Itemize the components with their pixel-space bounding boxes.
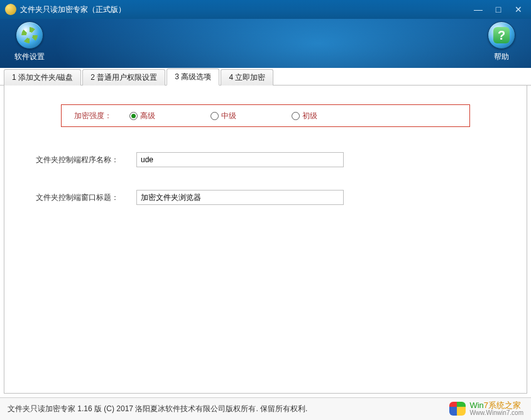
program-name-input[interactable]: [136, 152, 344, 167]
strength-option-high-label: 高级: [140, 111, 155, 121]
tab-user-permissions[interactable]: 2 普通用户权限设置: [82, 69, 165, 86]
watermark-brand: Win7系统之家 Www.Winwin7.com: [449, 401, 523, 416]
close-button[interactable]: ✕: [508, 3, 528, 16]
settings-button[interactable]: [16, 21, 43, 49]
settings-label: 软件设置: [11, 52, 48, 62]
strength-label: 加密强度：: [74, 111, 112, 121]
statusbar: 文件夹只读加密专家 1.16 版 (C) 2017 洛阳夏冰软件技术有限公司版权…: [0, 397, 531, 420]
strength-option-med[interactable]: 中级: [211, 111, 236, 121]
status-text: 文件夹只读加密专家 1.16 版 (C) 2017 洛阳夏冰软件技术有限公司版权…: [8, 404, 307, 414]
encryption-strength-group: 加密强度： 高级 中级 初级: [61, 104, 470, 127]
window-title-label: 文件夹控制端窗口标题：: [36, 192, 136, 203]
tab-advanced[interactable]: 3 高级选项: [167, 69, 219, 86]
strength-option-high[interactable]: 高级: [129, 111, 155, 121]
win7-flag-icon: [449, 402, 466, 416]
help-icon: ?: [493, 27, 510, 43]
app-title: 文件夹只读加密专家（正式版）: [20, 4, 126, 15]
strength-radio-med[interactable]: [211, 112, 219, 120]
program-name-label: 文件夹控制端程序名称：: [36, 155, 136, 165]
settings-block: 软件设置: [11, 21, 48, 62]
window-controls: ― □ ✕: [468, 0, 528, 19]
tab-content: 加密强度： 高级 中级 初级 文件夹控制端程序名称： 文件夹控制端窗口标题：: [4, 86, 527, 394]
minimize-button[interactable]: ―: [468, 3, 488, 16]
row-program-name: 文件夹控制端程序名称：: [36, 152, 495, 167]
strength-radio-low[interactable]: [292, 112, 300, 120]
maximize-button[interactable]: □: [488, 3, 508, 16]
strength-radio-high[interactable]: [129, 112, 138, 120]
row-window-title: 文件夹控制端窗口标题：: [36, 190, 495, 205]
brand-url: Www.Winwin7.com: [469, 410, 523, 417]
help-button[interactable]: ?: [488, 21, 515, 49]
tab-encrypt-now[interactable]: 4 立即加密: [221, 69, 273, 86]
header-banner: 软件设置 ? 帮助: [0, 19, 531, 68]
tab-add-folder[interactable]: 1 添加文件夹/磁盘: [4, 69, 81, 86]
brand-title: Win7系统之家: [469, 401, 523, 410]
gear-icon: [21, 27, 38, 43]
strength-option-low-label: 初级: [302, 111, 317, 121]
app-icon: [5, 4, 16, 15]
help-block: ? 帮助: [483, 21, 520, 62]
titlebar: 文件夹只读加密专家（正式版） ― □ ✕: [0, 0, 531, 19]
strength-option-med-label: 中级: [221, 111, 236, 121]
strength-option-low[interactable]: 初级: [292, 111, 317, 121]
window-title-input[interactable]: [136, 190, 344, 205]
tabs: 1 添加文件夹/磁盘 2 普通用户权限设置 3 高级选项 4 立即加密: [0, 68, 531, 86]
help-label: 帮助: [483, 52, 520, 62]
